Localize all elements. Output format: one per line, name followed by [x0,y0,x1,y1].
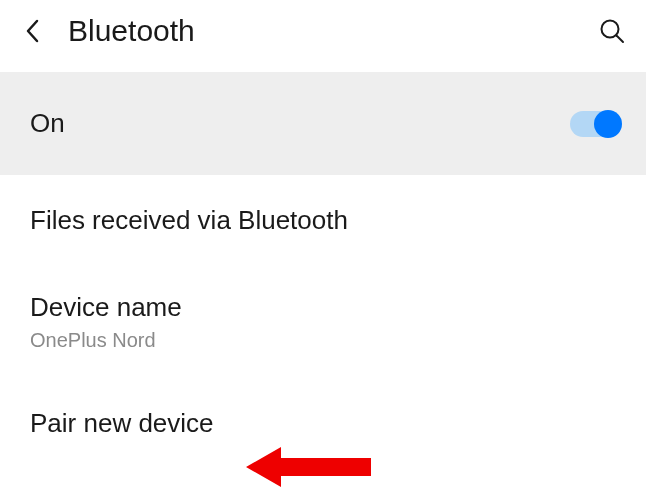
bluetooth-toggle[interactable] [570,111,620,137]
pair-new-device-item[interactable]: Pair new device [0,380,646,467]
device-name-label: Device name [30,292,616,323]
bluetooth-toggle-row[interactable]: On [0,72,646,175]
pair-new-device-label: Pair new device [30,408,616,439]
back-icon[interactable] [20,19,44,43]
device-name-value: OnePlus Nord [30,329,616,352]
search-icon[interactable] [598,17,626,45]
page-title: Bluetooth [68,14,598,48]
files-received-item[interactable]: Files received via Bluetooth [0,175,646,264]
header: Bluetooth [0,0,646,68]
device-name-item[interactable]: Device name OnePlus Nord [0,264,646,380]
svg-line-1 [617,36,624,43]
toggle-label: On [30,108,570,139]
files-received-label: Files received via Bluetooth [30,205,616,236]
